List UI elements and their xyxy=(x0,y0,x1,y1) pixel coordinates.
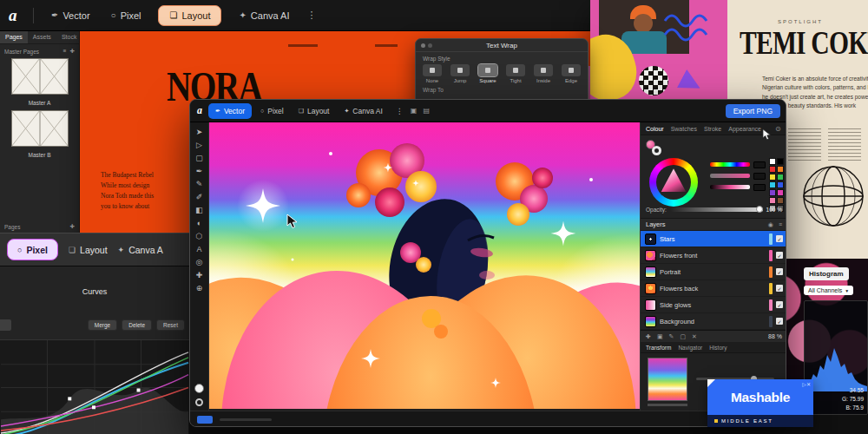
persona-pixel[interactable]: ○ Pixel xyxy=(254,107,290,115)
layers-target-icon[interactable]: ◉ xyxy=(768,221,773,228)
layer-visibility-checkbox[interactable]: ✓ xyxy=(776,268,783,275)
tab-stock[interactable]: Stock xyxy=(56,31,82,43)
swatch[interactable] xyxy=(777,197,784,204)
swatch[interactable] xyxy=(769,189,776,196)
persona-vector-active[interactable]: ✒ Vector xyxy=(208,103,252,119)
curves-graph[interactable] xyxy=(0,339,189,434)
wrap-option-inside[interactable]: Inside xyxy=(534,64,553,83)
pen-tool-icon[interactable]: ✒ xyxy=(196,168,203,175)
hue-slider[interactable] xyxy=(710,162,750,167)
delete-layer-icon[interactable]: ✕ xyxy=(692,333,697,340)
mask-layer-icon[interactable]: ▣ xyxy=(657,333,663,340)
pencil-tool-icon[interactable]: ✎ xyxy=(196,181,203,188)
zoom-chip[interactable] xyxy=(197,416,213,424)
layer-visibility-checkbox[interactable]: ✓ xyxy=(776,285,783,292)
persona-layout-active[interactable]: ❏ Layout xyxy=(158,5,221,26)
marquee-tool-icon[interactable]: ▢ xyxy=(195,155,203,162)
swatch[interactable] xyxy=(769,197,776,204)
layer-row-side-glows[interactable]: Side glows ✓ xyxy=(641,297,786,313)
panel-list-icon[interactable]: ≡ xyxy=(63,48,67,55)
hue-value-box[interactable] xyxy=(753,161,766,168)
persona-canva-2[interactable]: ✦ Canva A xyxy=(118,245,163,255)
swatch[interactable] xyxy=(769,166,776,173)
tab-navigator[interactable]: Navigator xyxy=(678,345,702,351)
tab-colour[interactable]: Colour xyxy=(646,126,664,132)
persona-layout-2[interactable]: ❏ Layout xyxy=(69,245,108,255)
lightness-slider[interactable] xyxy=(710,185,750,189)
master-b-item[interactable]: Master B xyxy=(11,110,69,158)
snapshot-icon[interactable]: ▣ xyxy=(411,107,418,115)
wrap-option-tight[interactable]: Tight xyxy=(506,64,525,83)
stroke-well[interactable] xyxy=(195,398,203,406)
swatch[interactable] xyxy=(777,158,784,165)
persona-layout[interactable]: ❏ Layout xyxy=(293,107,336,115)
text-tool-icon[interactable]: A xyxy=(196,246,201,253)
picker-tool-icon[interactable]: ⊕ xyxy=(196,285,203,293)
edit-layer-icon[interactable]: ✎ xyxy=(669,333,674,340)
tab-swatches[interactable]: Swatches xyxy=(671,126,697,132)
saturation-slider[interactable] xyxy=(710,174,750,178)
tab-transform[interactable]: Transform xyxy=(646,345,671,351)
tab-appearance[interactable]: Appearance xyxy=(728,126,761,132)
brush-tool-icon[interactable]: ✐ xyxy=(196,194,203,201)
layer-row-stars[interactable]: Stars ✓ xyxy=(641,231,786,247)
swatch[interactable] xyxy=(777,189,784,196)
tab-pages[interactable]: Pages xyxy=(0,31,28,43)
canvas[interactable] xyxy=(209,122,640,409)
layers-menu-icon[interactable]: ≡ xyxy=(779,221,782,227)
layer-visibility-checkbox[interactable]: ✓ xyxy=(776,318,783,325)
swatch[interactable] xyxy=(777,174,784,181)
shape-tool-icon[interactable]: ⬡ xyxy=(196,233,203,240)
wrap-option-square[interactable]: Square xyxy=(478,64,497,83)
colour-well[interactable] xyxy=(194,384,204,393)
reset-button[interactable]: Reset xyxy=(156,319,185,331)
transparency-tool-icon[interactable]: ◐ xyxy=(197,220,201,227)
export-png-button[interactable]: Export PNG xyxy=(726,104,780,118)
layer-visibility-checkbox[interactable]: ✓ xyxy=(776,252,783,259)
swatch[interactable] xyxy=(777,166,784,173)
merge-button[interactable]: Merge xyxy=(88,319,117,331)
opacity-slider[interactable] xyxy=(670,207,763,212)
kebab-menu-icon[interactable]: ⋮ xyxy=(300,10,324,21)
layer-row-flowers-front[interactable]: Flowers front ✓ xyxy=(641,247,786,264)
move-tool-icon[interactable]: ➤ xyxy=(196,128,203,136)
tab-history[interactable]: History xyxy=(709,345,727,351)
wrap-option-none[interactable]: None xyxy=(423,64,442,83)
navigator-thumbnail[interactable] xyxy=(648,358,687,401)
wrap-option-jump[interactable]: Jump xyxy=(450,64,470,83)
pin-icon[interactable]: ⊙ xyxy=(775,125,781,133)
kebab-menu-icon[interactable]: ⋮ xyxy=(391,107,408,115)
saturation-value-box[interactable] xyxy=(753,173,766,180)
layer-visibility-checkbox[interactable]: ✓ xyxy=(776,301,783,308)
swatch[interactable] xyxy=(769,181,776,188)
node-tool-icon[interactable]: ▷ xyxy=(196,141,202,149)
lightness-value-box[interactable] xyxy=(753,184,766,191)
persona-canva-ai[interactable]: ✦ Canva AI xyxy=(338,107,388,115)
add-master-icon[interactable]: ✚ xyxy=(70,48,75,55)
zoom-tool-icon[interactable]: ◎ xyxy=(196,259,203,266)
cutoff-button[interactable] xyxy=(0,319,11,331)
tab-assets[interactable]: Assets xyxy=(28,31,56,43)
ad-choices-icon[interactable]: ▷✕ xyxy=(802,381,811,387)
grid-view-icon[interactable]: ▤ xyxy=(423,107,430,115)
swatch[interactable] xyxy=(769,158,776,165)
persona-vector[interactable]: ✒ Vector xyxy=(41,0,101,30)
master-a-item[interactable]: Master A xyxy=(11,58,69,106)
delete-button[interactable]: Delete xyxy=(122,319,152,331)
persona-pixel-active[interactable]: ○ Pixel xyxy=(7,239,58,260)
add-layer-icon[interactable]: ✚ xyxy=(646,333,651,340)
mashable-ad[interactable]: ▷✕ Mashable MIDDLE EAST xyxy=(707,379,813,427)
swatch[interactable] xyxy=(777,181,784,188)
channel-select[interactable]: All Channels ▼ xyxy=(804,286,853,295)
dialog-close-icon[interactable] xyxy=(421,43,425,48)
stroke-swatch[interactable] xyxy=(652,146,661,155)
layer-visibility-checkbox[interactable]: ✓ xyxy=(776,235,783,242)
layers-opacity-value[interactable]: 88 % xyxy=(768,333,782,339)
dialog-collapse-icon[interactable] xyxy=(428,43,432,48)
layer-row-flowers-back[interactable]: Flowers back ✓ xyxy=(641,280,786,297)
wrap-option-edge[interactable]: Edge xyxy=(562,64,581,83)
tab-stroke[interactable]: Stroke xyxy=(704,126,721,132)
group-layer-icon[interactable]: ▢ xyxy=(680,333,686,340)
fill-tool-icon[interactable]: ◧ xyxy=(195,207,203,214)
crop-tool-icon[interactable]: ✚ xyxy=(196,272,203,279)
